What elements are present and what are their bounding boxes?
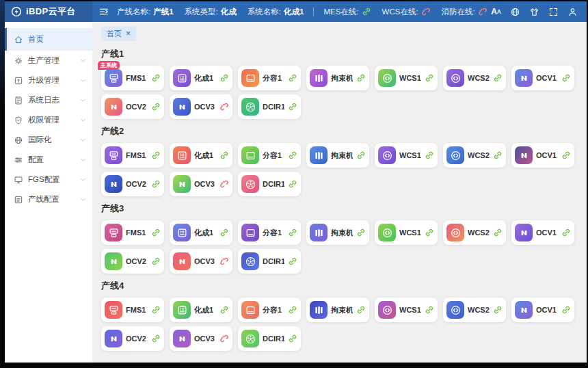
link-icon[interactable] bbox=[151, 228, 161, 237]
link-icon[interactable] bbox=[561, 228, 571, 237]
system-card[interactable]: FMS1 bbox=[101, 298, 164, 322]
link-icon[interactable] bbox=[425, 73, 434, 83]
sidebar-item-fgs[interactable]: FGS配置 bbox=[5, 170, 92, 189]
system-card[interactable]: 拘束机 bbox=[306, 66, 369, 90]
link-icon[interactable] bbox=[288, 73, 297, 83]
system-card[interactable]: WCS2 bbox=[443, 298, 506, 322]
broken-link-icon[interactable] bbox=[219, 257, 229, 266]
link-icon[interactable] bbox=[288, 228, 297, 237]
link-icon[interactable] bbox=[288, 305, 297, 315]
link-icon[interactable] bbox=[288, 150, 297, 160]
system-card[interactable]: DCIR1 bbox=[238, 94, 301, 119]
link-icon[interactable] bbox=[425, 150, 434, 160]
globe-icon[interactable] bbox=[510, 7, 520, 17]
link-icon[interactable] bbox=[356, 73, 366, 83]
link-icon[interactable] bbox=[288, 334, 297, 343]
sidebar-item-lineconfig[interactable]: 产线配置 bbox=[5, 189, 92, 209]
link-icon[interactable] bbox=[493, 228, 503, 237]
link-icon[interactable] bbox=[493, 150, 503, 160]
link-icon[interactable] bbox=[561, 150, 571, 160]
link-icon[interactable] bbox=[493, 73, 503, 83]
system-card[interactable]: FMS1 bbox=[101, 143, 164, 168]
sidebar-item-home[interactable]: 首页 bbox=[5, 28, 92, 51]
link-icon[interactable] bbox=[219, 73, 229, 83]
link-icon[interactable] bbox=[561, 305, 571, 315]
link-icon[interactable] bbox=[356, 150, 366, 160]
system-card[interactable]: WCS2 bbox=[443, 143, 506, 168]
sidebar-item-logs[interactable]: 系统日志 bbox=[5, 90, 92, 110]
sidebar-item-production[interactable]: 生产管理 bbox=[5, 51, 92, 70]
link-icon[interactable] bbox=[219, 305, 229, 315]
system-card[interactable]: 化成1 bbox=[170, 143, 232, 168]
link-icon[interactable] bbox=[151, 257, 161, 266]
ocv-icon bbox=[515, 146, 533, 164]
link-icon[interactable] bbox=[288, 179, 297, 189]
broken-link-icon[interactable] bbox=[219, 102, 229, 111]
system-card[interactable]: DCIR1 bbox=[238, 249, 301, 274]
link-icon[interactable] bbox=[425, 305, 434, 315]
system-card[interactable]: 分容1 bbox=[238, 220, 301, 245]
shirt-icon[interactable] bbox=[529, 7, 539, 17]
sidebar-collapse-icon[interactable] bbox=[98, 6, 109, 17]
link-icon[interactable] bbox=[151, 102, 161, 111]
system-card[interactable]: WCS1 bbox=[375, 298, 438, 322]
link-icon[interactable] bbox=[151, 179, 161, 189]
sidebar-item-upgrade[interactable]: 升级管理 bbox=[5, 70, 92, 90]
link-icon[interactable] bbox=[288, 102, 297, 111]
system-card[interactable]: 拘束机 bbox=[306, 220, 369, 245]
system-card[interactable]: OCV3 bbox=[170, 249, 232, 274]
link-icon[interactable] bbox=[151, 150, 161, 160]
system-card[interactable]: DCIR1 bbox=[238, 172, 301, 196]
header-info-item: 系统类型:化成 bbox=[185, 7, 237, 17]
system-card[interactable]: WCS1 bbox=[375, 220, 438, 245]
system-card[interactable]: 分容1 bbox=[238, 66, 301, 90]
link-icon[interactable] bbox=[151, 73, 161, 83]
system-card[interactable]: WCS1 bbox=[375, 66, 438, 90]
system-card[interactable]: FMS1 bbox=[101, 220, 164, 245]
link-icon[interactable] bbox=[151, 305, 161, 315]
system-card[interactable]: 分容1 bbox=[238, 298, 301, 322]
link-icon[interactable] bbox=[356, 228, 366, 237]
tab-close-icon[interactable]: × bbox=[126, 29, 131, 38]
sidebar-item-i18n[interactable]: 国际化 bbox=[5, 130, 92, 150]
font-size-icon[interactable]: AA bbox=[491, 8, 501, 16]
system-card[interactable]: WCS2 bbox=[443, 220, 506, 245]
link-icon[interactable] bbox=[493, 305, 503, 315]
system-card[interactable]: 拘束机 bbox=[306, 143, 369, 168]
link-icon[interactable] bbox=[151, 334, 161, 343]
system-card[interactable]: OCV1 bbox=[511, 220, 574, 245]
link-icon[interactable] bbox=[561, 73, 571, 83]
tab-home[interactable]: 首页 × bbox=[101, 27, 136, 41]
system-card[interactable]: 分容1 bbox=[238, 143, 301, 168]
link-icon[interactable] bbox=[356, 305, 366, 315]
system-card[interactable]: OCV3 bbox=[170, 326, 232, 351]
system-card[interactable]: OCV1 bbox=[511, 143, 574, 168]
sidebar-item-permission[interactable]: 权限管理 bbox=[5, 110, 92, 130]
user-icon[interactable] bbox=[567, 7, 578, 17]
system-card[interactable]: OCV3 bbox=[170, 94, 232, 119]
system-card[interactable]: OCV2 bbox=[101, 172, 164, 196]
system-card[interactable]: 拘束机 bbox=[306, 298, 369, 322]
sidebar-item-config[interactable]: 配置 bbox=[5, 150, 92, 170]
system-card[interactable]: OCV2 bbox=[101, 249, 164, 274]
system-card[interactable]: WCS1 bbox=[375, 143, 438, 168]
link-icon[interactable] bbox=[288, 257, 297, 266]
link-icon[interactable] bbox=[219, 228, 229, 237]
system-card[interactable]: DCIR1 bbox=[238, 326, 301, 351]
system-card[interactable]: OCV2 bbox=[101, 326, 164, 351]
broken-link-icon[interactable] bbox=[219, 334, 229, 343]
system-card[interactable]: OCV3 bbox=[170, 172, 232, 196]
system-card[interactable]: OCV1 bbox=[511, 298, 574, 322]
fullscreen-icon[interactable] bbox=[548, 7, 559, 17]
system-card[interactable]: OCV1 bbox=[511, 66, 574, 90]
header-status: MES在线:WCS在线:消防在线: bbox=[323, 7, 487, 17]
system-card[interactable]: 主系统FMS1 bbox=[101, 66, 164, 90]
link-icon[interactable] bbox=[425, 228, 434, 237]
system-card[interactable]: WCS2 bbox=[443, 66, 506, 90]
link-icon[interactable] bbox=[219, 150, 229, 160]
system-card[interactable]: OCV2 bbox=[101, 94, 164, 119]
system-card[interactable]: 化成1 bbox=[170, 220, 232, 245]
system-card[interactable]: 化成1 bbox=[170, 298, 232, 322]
broken-link-icon[interactable] bbox=[219, 179, 229, 189]
system-card[interactable]: 化成1 bbox=[170, 66, 232, 90]
